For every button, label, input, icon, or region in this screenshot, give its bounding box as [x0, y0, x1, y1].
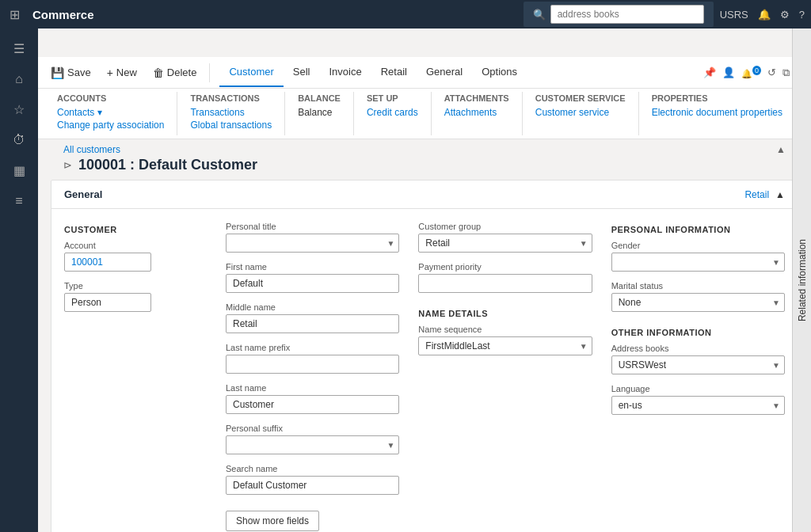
- gender-select[interactable]: [611, 253, 785, 272]
- ribbon-attachments[interactable]: Attachments: [444, 106, 509, 119]
- person-icon[interactable]: 👤: [722, 66, 735, 78]
- personal-suffix-select[interactable]: [226, 435, 399, 454]
- general-section-right: Retail ▲: [744, 189, 785, 200]
- language-group: Language en-us ▼: [611, 384, 785, 415]
- payment-priority-input[interactable]: [418, 274, 592, 293]
- first-name-label: First name: [226, 262, 399, 272]
- ribbon-group-balance-title: Balance: [298, 93, 341, 103]
- last-name-prefix-input[interactable]: [226, 355, 399, 374]
- search-icon: 🔍: [533, 9, 546, 21]
- account-input[interactable]: [64, 253, 151, 272]
- database-icon[interactable]: ▦: [0, 157, 38, 184]
- personal-title-select[interactable]: [226, 234, 399, 253]
- ribbon-global-transactions[interactable]: Global transactions: [190, 119, 272, 131]
- last-name-group: Last name: [226, 383, 399, 414]
- personal-title-label: Personal title: [226, 222, 399, 231]
- collapse-icon[interactable]: ▲: [776, 144, 786, 155]
- name-details-label: NAME DETAILS: [418, 309, 592, 318]
- refresh-icon[interactable]: ↺: [767, 66, 776, 78]
- customer-group-column: Customer group Retail ▼ Payment priority: [418, 222, 592, 531]
- last-name-prefix-label: Last name prefix: [226, 343, 399, 352]
- ribbon-group-properties: Properties Electronic document propertie…: [639, 92, 795, 135]
- notification-badge[interactable]: 🔔0: [741, 66, 761, 79]
- middle-name-input[interactable]: [226, 314, 399, 333]
- marital-status-select-wrapper: None ▼: [611, 293, 785, 312]
- search-name-label: Search name: [226, 464, 399, 473]
- personal-suffix-group: Personal suffix ▼: [226, 424, 399, 454]
- tab-retail[interactable]: Retail: [371, 59, 417, 87]
- account-label: Account: [64, 241, 207, 250]
- customer-group-select[interactable]: Retail: [418, 234, 592, 253]
- customer-group-select-wrapper: Retail ▼: [418, 234, 592, 253]
- other-info-section: OTHER INFORMATION Address books USRSWest…: [611, 328, 785, 415]
- ribbon-group-transactions: Transactions Transactions Global transac…: [177, 92, 285, 135]
- general-section-chevron[interactable]: ▲: [775, 189, 785, 200]
- gender-group: Gender ▼: [611, 241, 785, 272]
- grid-icon[interactable]: ⊞: [6, 4, 23, 25]
- general-section-header[interactable]: General Retail ▲: [51, 180, 798, 209]
- settings-icon[interactable]: ⚙: [780, 9, 790, 21]
- tab-sell[interactable]: Sell: [284, 59, 320, 87]
- language-select[interactable]: en-us: [611, 396, 785, 415]
- marital-status-select[interactable]: None: [611, 293, 785, 312]
- customer-column: CUSTOMER Account Type: [64, 222, 207, 531]
- ribbon-contacts[interactable]: Contacts ▾: [57, 106, 164, 119]
- save-button[interactable]: 💾 Save: [44, 63, 97, 82]
- first-name-input[interactable]: [226, 274, 399, 293]
- personal-info-column: PERSONAL INFORMATION Gender ▼ Mari: [611, 222, 785, 531]
- new-icon: +: [107, 66, 113, 79]
- ribbon-balance[interactable]: Balance: [298, 106, 341, 119]
- clock-icon[interactable]: ⏱: [0, 127, 38, 154]
- right-panel[interactable]: Related information: [792, 28, 811, 532]
- name-sequence-select[interactable]: FirstMiddleLast: [418, 336, 592, 355]
- search-box[interactable]: 🔍: [524, 2, 714, 27]
- personal-suffix-label: Personal suffix: [226, 424, 399, 433]
- ribbon-change-party[interactable]: Change party association: [57, 119, 164, 131]
- ribbon-group-customer-service: Customer service Customer service: [523, 92, 639, 135]
- ribbon: Accounts Contacts ▾ Change party associa…: [38, 89, 811, 139]
- personal-title-select-wrapper: ▼: [226, 234, 399, 253]
- restore-icon[interactable]: ⧉: [782, 66, 790, 79]
- ribbon-electronic-doc[interactable]: Electronic document properties: [652, 106, 782, 119]
- main-container: 💾 Save + New 🗑 Delete Customer Sell Invo…: [38, 57, 811, 532]
- general-section-title: General: [64, 188, 102, 200]
- home-icon[interactable]: ⌂: [0, 66, 38, 93]
- ribbon-customer-service[interactable]: Customer service: [535, 106, 626, 119]
- language-label: Language: [611, 384, 785, 393]
- help-icon[interactable]: ?: [799, 9, 805, 21]
- delete-button[interactable]: 🗑 Delete: [147, 63, 204, 82]
- last-name-label: Last name: [226, 383, 399, 393]
- personal-column: Personal title ▼ First name: [226, 222, 399, 531]
- search-name-group: Search name: [226, 464, 399, 495]
- ribbon-transactions[interactable]: Transactions: [190, 106, 272, 119]
- pin-icon[interactable]: 📌: [703, 66, 716, 78]
- star-icon[interactable]: ☆: [0, 96, 38, 124]
- personal-info-label: PERSONAL INFORMATION: [611, 225, 785, 234]
- ribbon-group-customer-service-title: Customer service: [535, 93, 626, 103]
- last-name-input[interactable]: [226, 395, 399, 414]
- menu-icon[interactable]: ☰: [0, 35, 38, 63]
- new-button[interactable]: + New: [101, 63, 143, 82]
- show-more-button[interactable]: Show more fields: [226, 511, 319, 531]
- filter-icon[interactable]: ⊳: [63, 159, 72, 171]
- toolbar: 💾 Save + New 🗑 Delete Customer Sell Invo…: [38, 57, 811, 89]
- ribbon-credit-cards[interactable]: Credit cards: [367, 106, 418, 119]
- ribbon-group-setup-title: Set up: [367, 93, 418, 103]
- breadcrumb[interactable]: All customers: [63, 144, 120, 155]
- type-field-group: Type: [64, 281, 207, 312]
- type-input[interactable]: [64, 293, 151, 312]
- list-icon[interactable]: ≡: [0, 188, 38, 215]
- form-scroll: All customers ▲ ⊳ 100001 : Default Custo…: [38, 139, 811, 532]
- personal-title-group: Personal title ▼: [226, 222, 399, 253]
- search-name-input[interactable]: [226, 476, 399, 495]
- ribbon-group-properties-title: Properties: [652, 93, 782, 103]
- search-input[interactable]: [550, 5, 704, 24]
- address-books-select[interactable]: USRSWest: [611, 355, 785, 374]
- name-details-section: NAME DETAILS Name sequence FirstMiddleLa…: [418, 309, 592, 355]
- tab-general[interactable]: General: [417, 59, 472, 87]
- tab-options[interactable]: Options: [472, 59, 527, 87]
- bell-icon[interactable]: 🔔: [758, 9, 771, 21]
- tab-invoice[interactable]: Invoice: [319, 59, 371, 87]
- left-sidebar: ☰ ⌂ ☆ ⏱ ▦ ≡: [0, 28, 38, 532]
- tab-customer[interactable]: Customer: [219, 59, 283, 87]
